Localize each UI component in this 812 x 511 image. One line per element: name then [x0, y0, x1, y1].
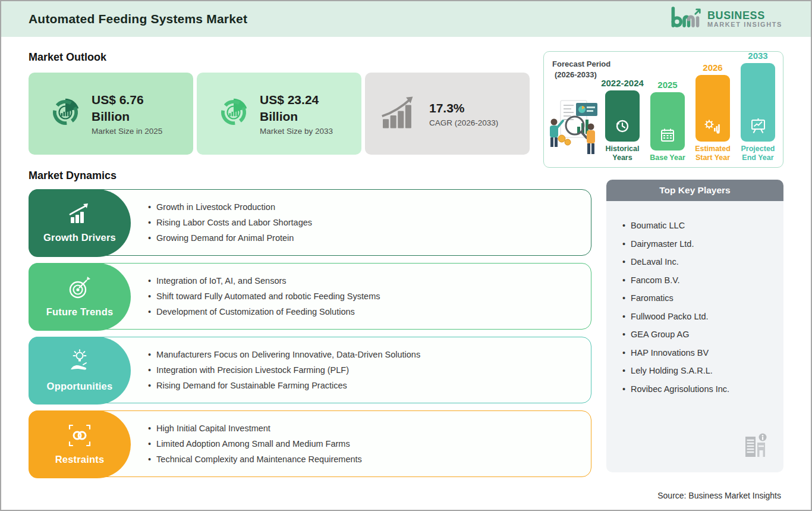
bullet-list: Growth in Livestock Production Rising La…: [148, 190, 312, 255]
key-player-item: Faromatics: [622, 289, 778, 308]
opportunities-row: Opportunities Manufacturers Focus on Del…: [29, 337, 591, 403]
timeline-column-historical: 2022-2024 Historical Years: [603, 78, 641, 163]
key-player-item: DeLaval Inc.: [622, 253, 778, 271]
donut-chart-icon: [49, 96, 82, 131]
bmi-logo-icon: [668, 5, 702, 33]
page-title: Automated Feeding Systems Market: [29, 12, 247, 26]
timeline-year: 2025: [657, 80, 677, 90]
key-player-item: Fullwood Packo Ltd.: [622, 308, 778, 326]
market-outlook-heading: Market Outlook: [29, 51, 106, 64]
forecast-title-line1: Forecast Period: [552, 59, 610, 70]
bullet-item: Limited Adoption Among Small and Medium …: [148, 439, 362, 449]
stat-card-market-size-2033: US$ 23.24 Billion Market Size by 2033: [197, 73, 361, 155]
pill-label: Future Trends: [46, 306, 114, 318]
company-buildings-icon: [743, 432, 769, 463]
key-player-item: GEA Group AG: [622, 325, 778, 344]
timeline-bar: [695, 75, 730, 142]
stat-cards: US$ 6.76 Billion Market Size in 2025: [29, 73, 530, 155]
timeline-column-projected: 2033 Projected End Year: [739, 51, 777, 163]
stat-unit: Billion: [260, 108, 333, 125]
header: Automated Feeding Systems Market BUSINES…: [1, 1, 811, 37]
brand-name: BUSINESS: [707, 10, 782, 21]
key-player-item: Boumatic LLC: [622, 217, 778, 235]
source-note: Source: Business Market Insights: [657, 491, 781, 500]
timeline-bar: [650, 92, 685, 151]
growth-bars-icon: [66, 203, 93, 228]
key-player-item: Fancom B.V.: [622, 271, 778, 290]
donut-chart-icon: [217, 96, 250, 131]
brand-subname: MARKET INSIGHTS: [707, 21, 782, 29]
restraints-row: Restraints High Initial Capital Investme…: [29, 410, 591, 477]
opportunities-pill: Opportunities: [29, 337, 131, 405]
bullet-item: Technical Complexity and Maintenance Req…: [148, 454, 362, 464]
key-player-item: Lely Holding S.A.R.L.: [622, 362, 778, 380]
chain-link-icon: [67, 424, 92, 450]
pill-label: Restraints: [55, 454, 105, 465]
pill-label: Opportunities: [47, 381, 113, 392]
stat-caption: Market Size by 2033: [260, 127, 333, 136]
brand-logo: BUSINESS MARKET INSIGHTS: [668, 5, 782, 33]
stat-card-text: US$ 6.76 Billion Market Size in 2025: [92, 92, 162, 136]
key-players-heading: Top Key Players: [606, 180, 783, 201]
bullet-item: Integration of IoT, AI, and Sensors: [148, 276, 380, 286]
stat-value: 17.3%: [429, 100, 498, 117]
analysts-illustration: [547, 91, 606, 164]
bullet-list: Integration of IoT, AI, and Sensors Shif…: [148, 264, 380, 329]
timeline-year: 2022-2024: [601, 78, 644, 88]
history-clock-icon: [615, 118, 630, 136]
stat-caption: Market Size in 2025: [92, 127, 162, 136]
stat-unit: Billion: [92, 108, 162, 125]
bullet-list: Manufacturers Focus on Delivering Innova…: [148, 337, 420, 403]
bullet-item: Rising Demand for Sustainable Farming Pr…: [148, 381, 420, 390]
timeline-bar: [605, 90, 640, 142]
hand-bulb-icon: [67, 349, 93, 377]
key-player-item: Dairymaster Ltd.: [622, 235, 778, 253]
timeline-label: Projected End Year: [740, 145, 776, 163]
stat-value: US$ 23.24: [260, 92, 333, 108]
timeline-label: Historical Years: [605, 145, 640, 163]
key-player-item: HAP Innovations BV: [622, 344, 778, 362]
market-dynamics-rows: Growth Drivers Growth in Livestock Produ…: [29, 189, 591, 484]
bullet-item: Growing Demand for Animal Protein: [148, 233, 312, 243]
timeline-label: Base Year: [650, 153, 685, 163]
presentation-icon: [750, 118, 766, 136]
brand-logo-text: BUSINESS MARKET INSIGHTS: [707, 10, 782, 28]
timeline-bar: [741, 63, 775, 142]
forecast-timeline: 2022-2024 Historical Years 2025: [603, 51, 777, 163]
top-key-players-panel: Top Key Players Boumatic LLC Dairymaster…: [606, 180, 783, 472]
growth-drivers-pill: Growth Drivers: [29, 189, 131, 257]
timeline-year: 2033: [748, 51, 767, 61]
stat-card-text: 17.3% CAGR (2026-2033): [429, 100, 498, 127]
stat-value: US$ 6.76: [92, 92, 162, 108]
bullet-item: Shift toward Fully Automated and robotic…: [148, 291, 380, 301]
growth-arrow-chart-icon: [380, 95, 420, 132]
future-trends-pill: Future Trends: [29, 263, 131, 331]
key-player-item: Rovibec Agrisolutions Inc.: [622, 380, 778, 399]
calendar-icon: [660, 127, 675, 145]
target-icon: [67, 276, 92, 302]
bullet-list: High Initial Capital Investment Limited …: [148, 411, 362, 476]
timeline-year: 2026: [703, 62, 722, 73]
key-players-list: Boumatic LLC Dairymaster Ltd. DeLaval In…: [606, 201, 783, 472]
stat-card-market-size-2025: US$ 6.76 Billion Market Size in 2025: [29, 73, 193, 155]
timeline-column-base: 2025: [649, 80, 687, 163]
bullet-item: Rising Labor Costs and Labor Shortages: [148, 218, 312, 227]
market-dynamics-heading: Market Dynamics: [29, 170, 117, 182]
bullet-item: Growth in Livestock Production: [148, 202, 312, 212]
gear-chart-icon: [704, 118, 722, 136]
future-trends-row: Future Trends Integration of IoT, AI, an…: [29, 263, 591, 330]
infographic-page: Automated Feeding Systems Market BUSINES…: [0, 0, 812, 511]
forecast-period-panel: Forecast Period (2026-2033): [543, 51, 783, 168]
stat-card-cagr: 17.3% CAGR (2026-2033): [365, 73, 530, 155]
forecast-period-title: Forecast Period (2026-2033): [552, 59, 610, 80]
bullet-item: Development of Customization of Feeding …: [148, 307, 380, 316]
stat-caption: CAGR (2026-2033): [429, 118, 498, 127]
stat-card-text: US$ 23.24 Billion Market Size by 2033: [260, 92, 333, 136]
growth-drivers-row: Growth Drivers Growth in Livestock Produ…: [29, 189, 591, 256]
restraints-pill: Restraints: [29, 410, 131, 478]
bullet-item: Manufacturers Focus on Delivering Innova…: [148, 350, 420, 359]
bullet-item: Integration with Precision Livestock Far…: [148, 365, 420, 375]
pill-label: Growth Drivers: [43, 232, 116, 243]
bullet-item: High Initial Capital Investment: [148, 424, 362, 433]
timeline-column-estimated: 2026: [694, 62, 732, 163]
